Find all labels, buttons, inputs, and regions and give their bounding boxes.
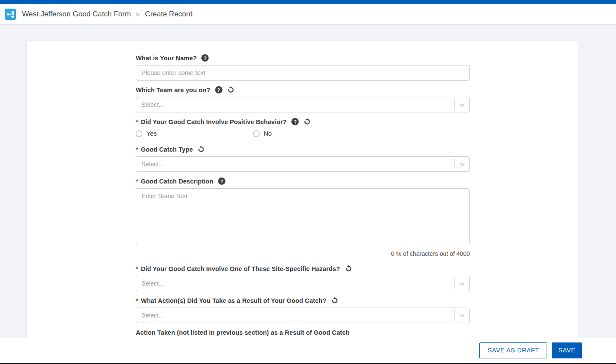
radio-button[interactable]: [136, 131, 142, 137]
field-description: * Good Catch Description ? 0 % of charac…: [136, 177, 470, 258]
breadcrumb-separator: >: [136, 11, 140, 18]
top-accent-bar: [0, 0, 616, 4]
description-textarea[interactable]: [136, 188, 470, 244]
field-positive-behavior: * Did Your Good Catch Involve Positive B…: [136, 118, 470, 137]
character-counter: 0 % of characters out of 4000: [391, 250, 470, 257]
field-team: Which Team are you on? ? Select...: [136, 86, 470, 112]
name-input[interactable]: [136, 65, 470, 81]
chevron-down-icon: [455, 312, 469, 319]
reset-icon[interactable]: [331, 297, 338, 304]
field-positive-behavior-label: Did Your Good Catch Involve Positive Beh…: [141, 118, 287, 125]
field-team-label: Which Team are you on?: [136, 87, 210, 93]
chevron-down-icon: [455, 102, 469, 108]
radio-option-yes[interactable]: Yes: [136, 130, 157, 137]
good-catch-type-select-value: Select...: [136, 161, 454, 168]
field-actions: * What Action(s) Did You Take as a Resul…: [136, 296, 470, 323]
field-good-catch-type: * Good Catch Type Select...: [136, 145, 470, 172]
team-select[interactable]: Select...: [136, 97, 470, 112]
save-as-draft-button[interactable]: SAVE AS DRAFT: [479, 342, 547, 358]
field-hazards: * Did Your Good Catch Involve One of The…: [136, 264, 470, 291]
help-icon[interactable]: ?: [291, 118, 299, 125]
help-icon[interactable]: ?: [215, 86, 222, 93]
reset-icon[interactable]: [227, 86, 235, 93]
actions-select[interactable]: Select...: [136, 308, 470, 323]
required-marker: *: [136, 265, 138, 272]
form-card: What is Your Name? ? Which Team are you …: [27, 41, 578, 364]
good-catch-type-select[interactable]: Select...: [136, 156, 470, 172]
breadcrumb: West Jefferson Good Catch Form > Create …: [22, 10, 193, 19]
radio-yes-label: Yes: [147, 130, 157, 137]
radio-option-no[interactable]: No: [253, 130, 272, 137]
field-name-label: What is Your Name?: [136, 55, 197, 62]
breadcrumb-current-page: Create Record: [145, 10, 193, 19]
breadcrumb-form-link[interactable]: West Jefferson Good Catch Form: [22, 10, 131, 19]
form-tree-icon: [6, 10, 15, 19]
reset-icon[interactable]: [197, 146, 205, 153]
radio-button[interactable]: [253, 131, 260, 137]
field-description-label: Good Catch Description: [141, 178, 213, 185]
reset-icon[interactable]: [303, 118, 311, 125]
help-icon[interactable]: ?: [218, 177, 225, 185]
required-marker: *: [136, 118, 138, 125]
field-name: What is Your Name? ?: [136, 54, 470, 81]
form-column: What is Your Name? ? Which Team are you …: [27, 41, 578, 355]
help-icon[interactable]: ?: [201, 54, 209, 62]
field-hazards-label: Did Your Good Catch Involve One of These…: [141, 265, 340, 272]
radio-no-label: No: [264, 130, 272, 137]
reset-icon[interactable]: [345, 265, 352, 272]
app-form-icon: [5, 9, 16, 20]
field-good-catch-type-label: Good Catch Type: [141, 146, 193, 153]
hazards-select[interactable]: Select...: [136, 276, 470, 291]
actions-select-value: Select...: [136, 312, 454, 319]
breadcrumb-header: West Jefferson Good Catch Form > Create …: [0, 4, 616, 25]
required-marker: *: [136, 297, 138, 304]
required-marker: *: [136, 146, 138, 153]
chevron-down-icon: [455, 161, 469, 168]
save-button[interactable]: SAVE: [552, 342, 582, 358]
chevron-down-icon: [455, 280, 469, 287]
hazards-select-value: Select...: [136, 280, 454, 287]
form-action-footer: SAVE AS DRAFT SAVE: [0, 338, 616, 364]
required-marker: *: [136, 177, 138, 185]
field-action-other-label: Action Taken (not listed in previous sec…: [136, 329, 350, 336]
team-select-value: Select...: [136, 101, 454, 108]
field-actions-label: What Action(s) Did You Take as a Result …: [141, 297, 326, 304]
